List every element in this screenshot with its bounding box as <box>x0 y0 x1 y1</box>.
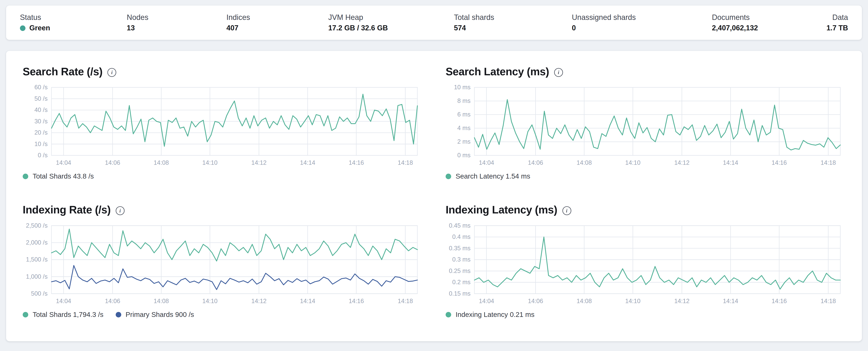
indexing-rate-legend: Total Shards 1,794.3 /s Primary Shards 9… <box>23 311 422 318</box>
svg-text:1,000 /s: 1,000 /s <box>26 273 48 280</box>
svg-text:14:08: 14:08 <box>154 159 169 166</box>
indexing-latency-legend: Indexing Latency 0.21 ms <box>446 311 845 318</box>
legend-label: Search Latency 1.54 ms <box>456 173 530 180</box>
svg-text:0.4 ms: 0.4 ms <box>452 233 471 240</box>
svg-text:14:06: 14:06 <box>105 159 120 166</box>
svg-text:6 ms: 6 ms <box>457 111 470 118</box>
svg-text:14:04: 14:04 <box>479 159 494 166</box>
svg-text:0.15 ms: 0.15 ms <box>449 290 470 297</box>
stat-unassigned-shards-label: Unassigned shards <box>572 13 712 22</box>
stat-indices: Indices 407 <box>226 13 328 32</box>
legend-label: Primary Shards 900 /s <box>126 311 194 318</box>
stat-status-value: Green <box>29 24 50 32</box>
legend-label: Total Shards 43.8 /s <box>33 173 94 180</box>
svg-text:14:10: 14:10 <box>625 297 640 305</box>
svg-text:0.35 ms: 0.35 ms <box>449 245 470 252</box>
svg-text:14:10: 14:10 <box>625 159 640 166</box>
svg-text:2 ms: 2 ms <box>457 138 470 145</box>
svg-text:14:18: 14:18 <box>398 297 413 305</box>
stat-jvm-heap-label: JVM Heap <box>328 13 454 22</box>
search-latency-chart: Search Latency (ms) i 0 ms2 ms4 ms6 ms8 … <box>446 65 845 180</box>
stat-data-size-label: Data <box>826 13 848 22</box>
svg-text:0.3 ms: 0.3 ms <box>452 256 471 263</box>
stat-jvm-heap-value: 17.2 GB / 32.6 GB <box>328 24 454 32</box>
svg-text:20 /s: 20 /s <box>34 129 48 136</box>
svg-text:14:14: 14:14 <box>300 297 315 305</box>
svg-text:500 /s: 500 /s <box>31 290 48 297</box>
legend-item: Search Latency 1.54 ms <box>446 173 530 180</box>
info-icon[interactable]: i <box>107 68 116 77</box>
svg-text:4 ms: 4 ms <box>457 125 470 132</box>
svg-text:30 /s: 30 /s <box>34 118 48 125</box>
legend-dot-icon <box>446 174 451 179</box>
svg-text:14:12: 14:12 <box>251 297 267 305</box>
legend-item: Primary Shards 900 /s <box>116 311 194 318</box>
search-latency-title: Search Latency (ms) <box>446 65 549 78</box>
stat-nodes: Nodes 13 <box>127 13 226 32</box>
stat-jvm-heap: JVM Heap 17.2 GB / 32.6 GB <box>328 13 454 32</box>
svg-text:10 /s: 10 /s <box>34 141 48 147</box>
stat-nodes-value: 13 <box>127 24 226 32</box>
legend-item: Total Shards 1,794.3 /s <box>23 311 103 318</box>
search-latency-plot[interactable]: 0 ms2 ms4 ms6 ms8 ms10 ms14:0414:0614:08… <box>446 83 845 168</box>
indexing-rate-title: Indexing Rate (/s) <box>23 204 111 216</box>
svg-text:14:12: 14:12 <box>251 159 267 166</box>
stat-documents-value: 2,407,062,132 <box>712 24 827 32</box>
svg-text:40 /s: 40 /s <box>34 106 48 113</box>
svg-text:14:06: 14:06 <box>105 297 120 305</box>
svg-text:14:12: 14:12 <box>674 159 689 166</box>
svg-text:0.25 ms: 0.25 ms <box>449 268 470 274</box>
svg-text:14:18: 14:18 <box>398 159 413 166</box>
svg-text:14:14: 14:14 <box>723 159 738 166</box>
legend-dot-icon <box>23 312 28 317</box>
svg-text:14:14: 14:14 <box>300 159 315 166</box>
indexing-latency-title: Indexing Latency (ms) <box>446 204 557 216</box>
search-rate-chart: Search Rate (/s) i 0 /s10 /s20 /s30 /s40… <box>23 65 422 180</box>
legend-dot-icon <box>23 174 28 179</box>
svg-text:14:16: 14:16 <box>348 159 364 166</box>
stat-data-size: Data 1.7 TB <box>826 13 848 32</box>
stat-status: Status Green <box>20 13 127 32</box>
legend-dot-icon <box>446 312 451 317</box>
svg-text:14:08: 14:08 <box>577 297 592 305</box>
svg-text:14:08: 14:08 <box>577 159 592 166</box>
search-rate-title: Search Rate (/s) <box>23 65 102 78</box>
stat-documents-label: Documents <box>712 13 827 22</box>
legend-item: Total Shards 43.8 /s <box>23 173 94 180</box>
svg-text:2,000 /s: 2,000 /s <box>26 239 48 246</box>
info-icon[interactable]: i <box>554 68 563 77</box>
charts-panel: Search Rate (/s) i 0 /s10 /s20 /s30 /s40… <box>6 51 862 341</box>
svg-text:50 /s: 50 /s <box>34 95 48 102</box>
svg-text:0 ms: 0 ms <box>457 152 470 159</box>
svg-text:0.2 ms: 0.2 ms <box>452 279 471 286</box>
svg-text:14:06: 14:06 <box>528 159 543 166</box>
svg-text:10 ms: 10 ms <box>454 84 470 91</box>
legend-dot-icon <box>116 312 121 317</box>
svg-text:14:04: 14:04 <box>56 159 71 166</box>
stat-indices-label: Indices <box>226 13 328 22</box>
svg-text:14:10: 14:10 <box>203 159 218 166</box>
search-rate-plot[interactable]: 0 /s10 /s20 /s30 /s40 /s50 /s60 /s14:041… <box>23 83 422 168</box>
indexing-latency-plot[interactable]: 0.15 ms0.2 ms0.25 ms0.3 ms0.35 ms0.4 ms0… <box>446 222 845 306</box>
indexing-rate-plot[interactable]: 500 /s1,000 /s1,500 /s2,000 /s2,500 /s14… <box>23 222 422 306</box>
status-green-dot-icon <box>20 25 26 31</box>
search-latency-legend: Search Latency 1.54 ms <box>446 173 845 180</box>
svg-text:14:16: 14:16 <box>772 159 787 166</box>
svg-text:14:10: 14:10 <box>203 297 218 305</box>
stat-total-shards: Total shards 574 <box>454 13 572 32</box>
stat-nodes-label: Nodes <box>127 13 226 22</box>
svg-text:14:08: 14:08 <box>154 297 169 305</box>
indexing-latency-chart: Indexing Latency (ms) i 0.15 ms0.2 ms0.2… <box>446 204 845 319</box>
stat-total-shards-label: Total shards <box>454 13 572 22</box>
indexing-rate-chart: Indexing Rate (/s) i 500 /s1,000 /s1,500… <box>23 204 422 319</box>
stat-data-size-value: 1.7 TB <box>826 24 848 32</box>
legend-label: Total Shards 1,794.3 /s <box>33 311 103 318</box>
svg-text:14:14: 14:14 <box>723 297 738 305</box>
svg-text:0.45 ms: 0.45 ms <box>449 222 470 229</box>
svg-text:8 ms: 8 ms <box>457 97 470 104</box>
svg-text:14:16: 14:16 <box>348 297 364 305</box>
stat-indices-value: 407 <box>226 24 328 32</box>
info-icon[interactable]: i <box>562 206 571 215</box>
info-icon[interactable]: i <box>116 206 124 215</box>
legend-label: Indexing Latency 0.21 ms <box>456 311 534 318</box>
